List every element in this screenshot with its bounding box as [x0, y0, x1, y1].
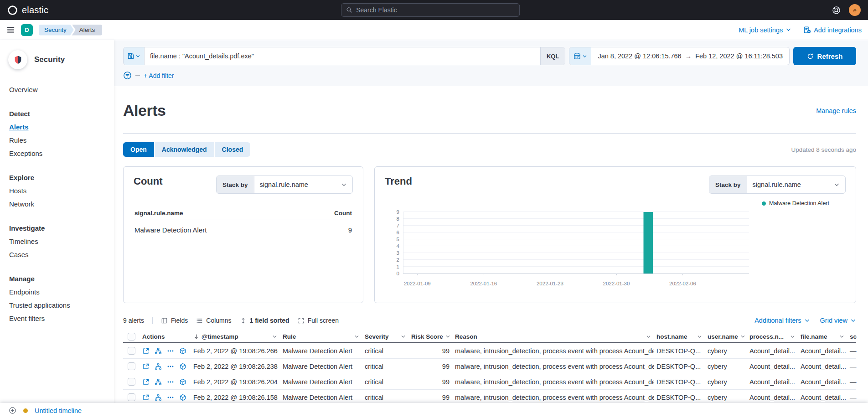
filter-menu-icon[interactable] [123, 71, 132, 80]
more-actions-icon[interactable] [167, 394, 174, 401]
space-badge[interactable]: D [21, 24, 33, 36]
column-header-severity[interactable]: Severity [362, 333, 408, 340]
query-language-button[interactable]: KQL [540, 47, 565, 65]
column-menu-chevron-icon[interactable] [272, 334, 277, 339]
column-header-user-name[interactable]: user.name [705, 333, 747, 340]
sidebar-item-cases[interactable]: Cases [8, 248, 106, 261]
more-actions-icon[interactable] [167, 363, 174, 370]
analyze-event-icon[interactable] [155, 394, 162, 401]
status-tab-closed[interactable]: Closed [215, 142, 251, 157]
sidebar-item-overview[interactable]: Overview [8, 83, 106, 96]
column-header-file-name[interactable]: file.name [798, 333, 847, 340]
column-menu-chevron-icon[interactable] [697, 334, 702, 339]
legend-dot [762, 201, 766, 206]
row-checkbox[interactable] [128, 347, 135, 355]
elastic-logo[interactable]: elastic [7, 5, 48, 15]
column-menu-chevron-icon[interactable] [354, 334, 359, 339]
date-from[interactable]: Jan 8, 2022 @ 12:06:15.766 [598, 52, 681, 60]
column-header-risk-score[interactable]: Risk Score [408, 333, 452, 340]
date-range[interactable]: Jan 8, 2022 @ 12:06:15.766 → Feb 12, 202… [591, 47, 789, 65]
column-menu-chevron-icon[interactable] [790, 334, 795, 339]
column-header-timestamp[interactable]: @timestamp [191, 333, 280, 340]
column-menu-chevron-icon[interactable] [839, 334, 844, 339]
sidebar-item-exceptions[interactable]: Exceptions [8, 147, 106, 160]
expand-alert-icon[interactable] [142, 347, 150, 355]
chart-gridline [403, 225, 749, 226]
sidebar-item-trusted-applications[interactable]: Trusted applications [8, 299, 106, 312]
expand-alert-icon[interactable] [142, 378, 150, 386]
refresh-button[interactable]: Refresh [793, 47, 856, 65]
breadcrumb-security[interactable]: Security [39, 25, 74, 36]
columns-button[interactable]: Columns [196, 317, 231, 324]
count-stack-by-select[interactable]: signal.rule.name [254, 176, 352, 193]
expand-alert-icon[interactable] [142, 363, 150, 370]
x-axis-label: 2022-01-09 [404, 281, 431, 286]
add-to-timeline-icon[interactable] [179, 394, 186, 401]
sidebar-item-event-filters[interactable]: Event filters [8, 312, 106, 325]
legend-label[interactable]: Malware Detection Alert [769, 200, 829, 206]
new-timeline-icon[interactable] [9, 407, 16, 414]
more-actions-icon[interactable] [167, 378, 174, 386]
column-menu-chevron-icon[interactable] [401, 334, 406, 339]
refresh-label: Refresh [817, 52, 843, 60]
fullscreen-button[interactable]: Full screen [298, 317, 339, 324]
column-menu-chevron-icon[interactable] [646, 334, 651, 339]
cell-risk-score: 99 [408, 394, 452, 401]
more-actions-icon[interactable] [167, 347, 174, 355]
ml-job-settings-link[interactable]: ML job settings [739, 26, 791, 34]
main-content: KQL Jan 8, 2022 @ 12:06:15.766 → Feb 12,… [114, 40, 868, 403]
add-integrations-link[interactable]: Add integrations [803, 26, 862, 34]
column-menu-chevron-icon[interactable] [740, 334, 745, 339]
status-tab-open[interactable]: Open [123, 142, 155, 157]
column-menu-chevron-icon[interactable] [445, 334, 450, 339]
select-all-checkbox[interactable] [128, 333, 135, 341]
column-header-process-n[interactable]: process.n... [747, 333, 798, 340]
add-to-timeline-icon[interactable] [179, 378, 186, 386]
date-to[interactable]: Feb 12, 2022 @ 16:11:28.503 [695, 52, 783, 60]
add-to-timeline-icon[interactable] [179, 347, 186, 355]
kql-query-input[interactable] [145, 47, 540, 65]
sidebar-item-hosts[interactable]: Hosts [8, 184, 106, 197]
user-avatar[interactable]: e [849, 4, 861, 16]
add-to-timeline-icon[interactable] [179, 363, 186, 370]
sidebar-item-alerts[interactable]: Alerts [8, 120, 106, 134]
row-checkbox[interactable] [128, 378, 135, 386]
sort-icon [240, 317, 247, 324]
row-checkbox[interactable] [128, 362, 135, 370]
status-tab-acknowledged[interactable]: Acknowledged [155, 142, 215, 157]
add-filter-button[interactable]: + Add filter [144, 72, 174, 79]
analyze-event-icon[interactable] [155, 347, 162, 355]
menu-icon[interactable] [6, 26, 15, 34]
date-quick-menu-button[interactable] [569, 47, 591, 65]
row-actions [140, 347, 191, 355]
y-axis-label: 2 [397, 257, 399, 263]
sort-fields-button[interactable]: 1 field sorted [240, 317, 289, 324]
column-header-sc: sc [847, 333, 865, 340]
count-table-header-field: signal.rule.name [134, 210, 183, 217]
help-icon[interactable] [832, 6, 841, 15]
saved-query-menu-button[interactable] [124, 47, 145, 65]
row-checkbox-cell [123, 378, 140, 386]
expand-alert-icon[interactable] [142, 394, 150, 401]
row-checkbox[interactable] [128, 393, 135, 401]
untitled-timeline-link[interactable]: Untitled timeline [35, 407, 82, 414]
sidebar-item-network[interactable]: Network [8, 197, 106, 211]
column-header-reason[interactable]: Reason [452, 333, 654, 340]
global-search[interactable] [341, 3, 520, 17]
sidebar-item-timelines[interactable]: Timelines [8, 235, 106, 248]
column-header-host-name[interactable]: host.name [654, 333, 705, 340]
manage-rules-link[interactable]: Manage rules [816, 107, 856, 114]
table-row: Feb 2, 2022 @ 19:08:26.238Malware Detect… [123, 359, 856, 374]
analyze-event-icon[interactable] [155, 363, 162, 370]
grid-view-button[interactable]: Grid view [820, 317, 856, 324]
additional-filters-button[interactable]: Additional filters [754, 317, 810, 324]
sidebar-item-rules[interactable]: Rules [8, 134, 106, 147]
trend-stack-by-select[interactable]: signal.rule.name [747, 176, 845, 193]
trend-bar[interactable] [643, 212, 653, 274]
fields-button[interactable]: Fields [161, 317, 188, 324]
sidebar-item-endpoints[interactable]: Endpoints [8, 285, 106, 299]
cell-risk-score: 99 [408, 363, 452, 370]
global-search-input[interactable] [356, 6, 515, 14]
column-header-rule[interactable]: Rule [280, 333, 362, 340]
analyze-event-icon[interactable] [155, 378, 162, 386]
